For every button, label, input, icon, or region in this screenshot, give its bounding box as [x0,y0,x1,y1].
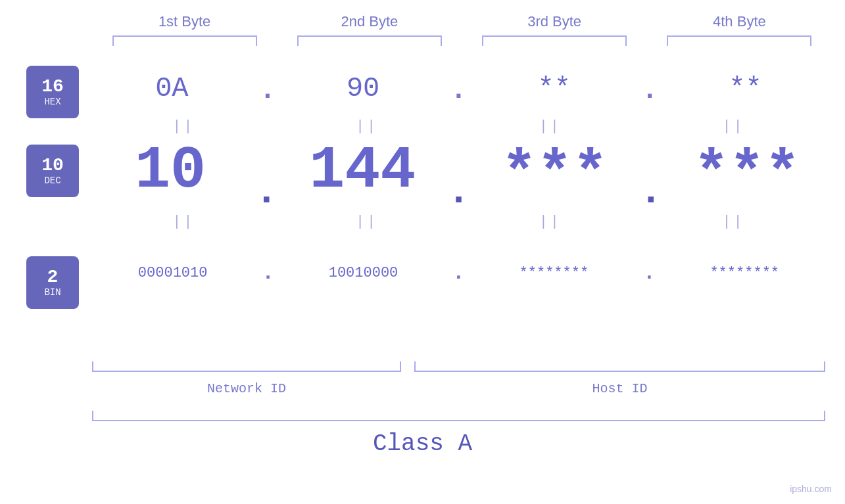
hex-byte2-container: 90 [291,73,435,104]
hex-byte2: 90 [347,73,379,104]
bottom-brackets [92,361,825,372]
eq1-byte4: || [662,118,806,135]
dec-byte4: *** [694,145,800,204]
eq1-byte3: || [478,118,623,135]
bin-byte3-container: ******** [481,265,626,281]
host-bracket [414,361,825,372]
hex-dot3: . [642,75,658,106]
bin-byte1-container: 00001010 [101,265,245,281]
equals-row-2: || || || || [0,214,845,230]
class-label: Class A [0,430,845,457]
main-container: 1st Byte 2nd Byte 3rd Byte 4th Byte 16 H… [0,0,845,504]
eq2-byte3: || [478,214,623,230]
dec-byte4-container: *** [675,145,819,204]
hex-byte4: ** [729,73,761,104]
byte1-header: 1st Byte [112,13,257,30]
bin-row: 00001010 . 10010000 . ******** . *******… [0,243,845,302]
top-brackets [0,35,845,46]
byte2-header: 2nd Byte [297,13,442,30]
bin-byte1: 00001010 [138,265,208,281]
hex-byte4-container: ** [673,73,818,104]
content-area: 16 HEX 0A . 90 . ** . ** [0,59,845,504]
hex-dot1: . [259,75,276,106]
bin-byte2-container: 10010000 [291,265,436,281]
dec-byte2: 144 [309,137,416,204]
eq2-byte2: || [295,214,439,230]
dec-byte1-container: 10 [98,137,243,204]
eq2-byte4: || [662,214,806,230]
hex-byte1-container: 0A [99,73,244,104]
bin-byte4-container: ******** [672,265,817,281]
eq2-byte1: || [111,214,256,230]
hex-values: 0A . 90 . ** . ** [0,73,845,104]
host-id-label: Host ID [414,381,825,396]
network-bracket [92,361,401,372]
dec-byte1: 10 [135,137,206,204]
hex-byte3: ** [538,73,571,104]
bin-byte3: ******** [519,265,589,281]
dec-dot1: . [254,170,278,214]
byte4-header: 4th Byte [667,13,811,30]
bin-byte4: ******** [710,265,779,281]
bracket-byte1 [112,35,257,46]
bin-dot2: . [452,261,465,285]
dec-values: 10 . 144 . *** . *** [0,137,845,204]
bin-byte2: 10010000 [329,265,398,281]
byte3-header: 3rd Byte [482,13,627,30]
eq1-byte1: || [111,118,256,135]
hex-row: 0A . 90 . ** . ** [0,59,845,118]
dec-byte3-container: *** [483,145,627,204]
dec-dot3: . [639,170,663,214]
equals-row-1: || || || || [0,118,845,135]
hex-byte3-container: ** [482,73,627,104]
dec-dot2: . [447,170,470,214]
network-id-label: Network ID [92,381,401,396]
eq1-byte2: || [295,118,439,135]
bin-dot3: . [643,261,656,285]
main-bottom-bracket [92,411,825,421]
hex-byte1: 0A [155,73,188,104]
byte-headers: 1st Byte 2nd Byte 3rd Byte 4th Byte [0,13,845,30]
bottom-labels: Network ID Host ID [92,381,825,396]
bracket-byte2 [297,35,442,46]
bin-values: 00001010 . 10010000 . ******** . *******… [0,261,845,285]
watermark: ipshu.com [790,484,832,494]
hex-dot2: . [450,75,467,106]
bracket-byte3 [482,35,627,46]
dec-row: 10 . 144 . *** . *** [0,138,845,204]
dec-byte2-container: 144 [290,137,435,204]
bin-dot1: . [262,261,274,285]
dec-byte3: *** [502,145,608,204]
bracket-byte4 [667,35,811,46]
